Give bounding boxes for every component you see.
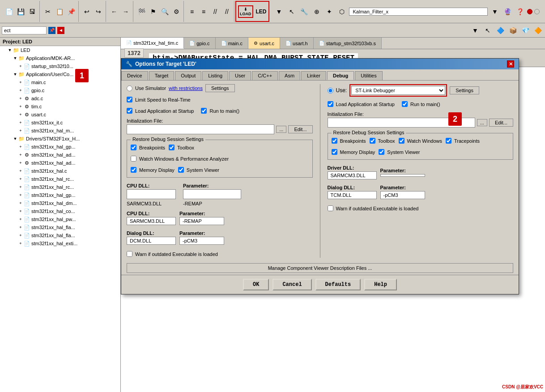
- init-edit-btn-left[interactable]: Edit...: [288, 125, 312, 133]
- tab-user[interactable]: User: [229, 71, 251, 80]
- sidebar-item-tim[interactable]: + tim.c: [0, 102, 120, 111]
- tool2-btn[interactable]: ⚙: [171, 6, 182, 17]
- simulator-radio[interactable]: [127, 85, 132, 91]
- run-main-check-right[interactable]: [402, 101, 408, 107]
- help-icon[interactable]: ❓: [515, 6, 525, 17]
- help-btn[interactable]: Help: [364, 279, 397, 290]
- plugin-icon[interactable]: ⬡: [336, 6, 347, 17]
- copy2-icon[interactable]: ⊕: [311, 6, 322, 17]
- save-btn[interactable]: 💾: [15, 6, 26, 17]
- tab-main[interactable]: 📄 main.c: [216, 38, 248, 49]
- right-settings-btn[interactable]: Settings: [450, 86, 479, 94]
- tab-utilities[interactable]: Utilities: [355, 71, 382, 80]
- close-filter-btn[interactable]: ◄: [57, 27, 64, 34]
- tab-hal-tim[interactable]: 📄 stm32f1xx_hal_tim.c: [121, 38, 184, 49]
- sidebar-item-hal-rc1[interactable]: + stm32f1xx_hal_rc...: [0, 175, 120, 183]
- filter-input[interactable]: ect: [2, 26, 47, 34]
- search-btn[interactable]: 🔍: [159, 6, 170, 17]
- cpu-dll-input[interactable]: [127, 189, 176, 199]
- close-dot[interactable]: [527, 9, 532, 14]
- init-edit-btn-right[interactable]: Edit...: [489, 119, 513, 127]
- magic-icon[interactable]: ✦: [324, 6, 335, 17]
- t2-btn3[interactable]: 🔷: [495, 25, 506, 36]
- sys-viewer-cb-right[interactable]: [379, 149, 384, 155]
- indent-btn[interactable]: ≡: [187, 6, 197, 17]
- tab-usart-c[interactable]: ⚙ usart.c: [248, 38, 280, 49]
- sidebar-item-hal-ad1[interactable]: + stm32f1xx_hal_ad...: [0, 151, 120, 159]
- load-btn[interactable]: ⬇ LOAD: [238, 5, 253, 18]
- sidebar-item-hal-gp2[interactable]: + stm32f1xx_hal_gp...: [0, 191, 120, 199]
- t2-btn6[interactable]: 🔶: [532, 25, 543, 36]
- sidebar-item-app-user[interactable]: ▼ Application/User/Co...: [0, 70, 120, 78]
- r-dlg-param-box[interactable]: -pCM3: [380, 191, 425, 199]
- stack-icon[interactable]: 🔧: [299, 6, 310, 17]
- sidebar-item-app-mdk[interactable]: ▼ Application/MDK-AR...: [0, 54, 120, 62]
- outdent-btn[interactable]: ≡: [198, 6, 209, 17]
- watch-win-cb-right[interactable]: [399, 138, 404, 144]
- sidebar-item-hal-rc2[interactable]: + stm32f1xx_hal_rc...: [0, 183, 120, 191]
- uncomment-btn[interactable]: //: [221, 6, 232, 17]
- tab-device[interactable]: Device: [121, 71, 148, 80]
- target-select-icon[interactable]: ▼: [274, 6, 285, 17]
- warn-cb-right[interactable]: [328, 205, 333, 211]
- cancel-btn[interactable]: Cancel: [272, 279, 311, 290]
- toolbox-cb-left[interactable]: [169, 145, 175, 150]
- mem-display-cb-left[interactable]: [131, 167, 136, 173]
- restrictions-link[interactable]: with restrictions: [169, 85, 203, 91]
- sidebar-item-hal-pw[interactable]: + stm32f1xx_hal_pw...: [0, 215, 120, 223]
- init-dots-btn-left[interactable]: ...: [276, 126, 286, 133]
- limit-speed-check[interactable]: [127, 97, 132, 102]
- load-app-check-left[interactable]: [127, 108, 132, 114]
- sys-viewer-cb-left[interactable]: [178, 167, 184, 173]
- tab-asm[interactable]: Asm: [279, 71, 300, 80]
- new-file-btn[interactable]: 📄: [4, 6, 14, 17]
- tab-output[interactable]: Output: [175, 71, 201, 80]
- min-dot[interactable]: [534, 9, 540, 14]
- debugger-select[interactable]: ST-Link Debugger: [351, 86, 445, 95]
- dialog-close-btn[interactable]: ✕: [507, 60, 514, 68]
- cut-btn[interactable]: ✂: [43, 6, 53, 17]
- sidebar-item-stm32hal[interactable]: + stm32f1xx_hal_m...: [0, 127, 120, 135]
- sidebar-item-gpio[interactable]: + gpio.c: [0, 86, 120, 94]
- use-radio[interactable]: [328, 88, 333, 94]
- sidebar-item-main[interactable]: + main.c: [0, 78, 120, 86]
- sidebar-item-hal-dm[interactable]: + stm32f1xx_hal_dm...: [0, 199, 120, 207]
- tab-linker[interactable]: Linker: [301, 71, 326, 80]
- sidebar-item-startup[interactable]: + startup_stm32f10...: [0, 62, 120, 70]
- defaults-btn[interactable]: Defaults: [315, 279, 361, 290]
- dlg-param-box[interactable]: -pCM3: [179, 237, 224, 245]
- sidebar-item-stm32it[interactable]: + stm32f1xx_it.c: [0, 119, 120, 127]
- sidebar-item-hal-ad2[interactable]: + stm32f1xx_hal_ad...: [0, 159, 120, 167]
- cpu-dll-box[interactable]: SARMCM3.DLL: [127, 217, 176, 225]
- proj-dropdown-icon[interactable]: ▼: [490, 6, 500, 17]
- redo-btn[interactable]: ↪: [93, 6, 104, 17]
- sidebar-item-hal-c[interactable]: + stm32f1xx_hal.c: [0, 167, 120, 175]
- init-file-input-left[interactable]: [127, 124, 274, 134]
- load-app-check-right[interactable]: [328, 101, 333, 107]
- tab-usart-h[interactable]: 📄 usart.h: [280, 38, 314, 49]
- tab-listing[interactable]: Listing: [202, 71, 228, 80]
- tab-startup[interactable]: 📄 startup_stm32f103xb.s: [314, 38, 382, 49]
- manage-comp-btn[interactable]: Manage Component Viewer Description File…: [127, 263, 513, 273]
- watch-perf-cb-left[interactable]: [131, 156, 136, 162]
- t2-btn2[interactable]: ↖: [482, 25, 493, 36]
- sidebar-item-adc[interactable]: + adc.c: [0, 94, 120, 102]
- tab-debug[interactable]: Debug: [327, 71, 354, 80]
- t2-btn5[interactable]: 💎: [520, 25, 531, 36]
- t2-btn4[interactable]: 📦: [507, 25, 518, 36]
- sidebar-item-drivers[interactable]: ▼ Drivers/STM32F1xx_H...: [0, 135, 120, 143]
- bookmark-btn[interactable]: 🏁: [136, 6, 147, 17]
- paste-btn[interactable]: 📌: [66, 6, 77, 17]
- drv-dll-box[interactable]: SARMCM3.DLL: [328, 171, 377, 179]
- fwd-btn[interactable]: →: [120, 6, 131, 17]
- undo-btn[interactable]: ↩: [81, 6, 92, 17]
- sidebar-item-hal-fl2[interactable]: + stm32f1xx_hal_fla...: [0, 231, 120, 239]
- flag-btn[interactable]: ⚑: [148, 6, 158, 17]
- ok-btn[interactable]: OK: [243, 279, 269, 290]
- warn-cb-left[interactable]: [127, 251, 132, 257]
- tab-target[interactable]: Target: [149, 71, 175, 80]
- comment-btn[interactable]: //: [210, 6, 221, 17]
- sidebar-item-hal-fl1[interactable]: + stm32f1xx_hal_fla...: [0, 223, 120, 231]
- drv-param-box[interactable]: [380, 174, 425, 177]
- wizard-icon[interactable]: 🔮: [502, 6, 513, 17]
